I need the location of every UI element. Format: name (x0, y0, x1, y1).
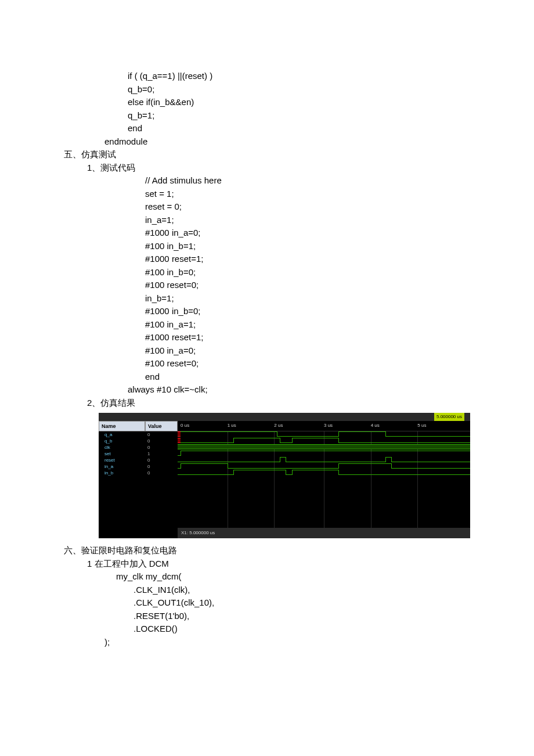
signal-name: clk (99, 444, 145, 451)
waveform-canvas (178, 431, 470, 528)
signal-name: reset (99, 457, 145, 463)
test-code-block: // Add stimulus here set = 1; reset = 0;… (64, 174, 488, 397)
signal-value: 0 (145, 463, 178, 470)
code-line: #1000 in_a=0; (145, 226, 488, 240)
code-line: .CLK_IN1(clk), (134, 584, 488, 597)
signal-row: q_b0 (99, 438, 178, 444)
signal-row: set1 (99, 451, 178, 457)
code-line: q_b=1; (128, 109, 488, 123)
time-cursor-badge: 5.000000 us (434, 413, 464, 421)
section-5-sub2: 2、仿真结果 (87, 397, 488, 410)
signal-row: clk0 (99, 444, 178, 451)
time-tick: 2 us (274, 422, 283, 429)
code-close-paren: ); (104, 636, 488, 649)
code-line: #1000 reset=1; (145, 331, 488, 344)
code-line: in_a=1; (145, 214, 488, 227)
value-column-header: Value (145, 421, 178, 431)
signal-list: q_a0 q_b0 clk0 set1 reset0 in_a0 in_b0 (99, 431, 178, 476)
trace-in-b (178, 470, 470, 476)
time-tick: 3 us (324, 422, 333, 429)
waveform-viewer: 5.000000 us Name Value q_a0 q_b0 clk0 se… (99, 413, 470, 538)
code-line: else if(in_b&&en) (128, 96, 488, 109)
code-always: always #10 clk=~clk; (128, 383, 488, 397)
section-6-title: 六、验证限时电路和复位电路 (64, 544, 488, 557)
code-line: // Add stimulus here (145, 174, 488, 188)
signal-value: 0 (145, 431, 178, 438)
signal-value: 0 (145, 470, 178, 476)
code-line: .LOCKED() (134, 622, 488, 636)
waveform-top-bar (99, 413, 470, 421)
code-line: in_b=1; (145, 292, 488, 305)
signal-row: reset0 (99, 457, 178, 463)
time-tick: 4 us (371, 422, 380, 429)
section-5-title: 五、仿真测试 (64, 148, 488, 161)
code-line: #100 in_a=0; (145, 344, 488, 358)
signal-value: 0 (145, 444, 178, 451)
code-line: end (128, 122, 488, 135)
code-line: #100 in_a=1; (145, 318, 488, 332)
code-line: if ( (q_a==1) ||(reset) ) (128, 70, 488, 83)
code-line: #100 reset=0; (145, 357, 488, 370)
code-line: q_b=0; (128, 83, 488, 96)
code-line: #1000 reset=1; (145, 253, 488, 266)
signal-name: in_a (99, 463, 145, 470)
signal-value: 0 (145, 438, 178, 444)
time-tick: 1 us (228, 422, 236, 429)
code-line: .CLK_OUT1(clk_10), (134, 596, 488, 610)
section-6-sub1: 1 在工程中加入 DCM (87, 557, 488, 571)
trace-reset (178, 457, 470, 463)
signal-row: q_a0 (99, 431, 178, 438)
trace-q-a (178, 431, 470, 438)
code-line: #1000 in_b=0; (145, 305, 488, 318)
dcm-code-block: my_clk my_dcm( .CLK_IN1(clk), .CLK_OUT1(… (64, 570, 488, 649)
trace-clk (178, 444, 470, 451)
code-line: #100 in_b=0; (145, 266, 488, 279)
signal-name: in_b (99, 470, 145, 476)
code-line: #100 reset=0; (145, 279, 488, 292)
code-fragment-top: if ( (q_a==1) ||(reset) ) q_b=0; else if… (64, 70, 488, 148)
signal-row: in_b0 (99, 470, 178, 476)
signal-name: q_b (99, 438, 145, 444)
time-ruler: 0 us 1 us 2 us 3 us 4 us 5 us (178, 421, 470, 431)
code-line: #100 in_b=1; (145, 240, 488, 253)
signal-name: set (99, 451, 145, 457)
time-tick: 5 us (417, 422, 426, 429)
code-line: set = 1; (145, 188, 488, 201)
signal-value: 0 (145, 457, 178, 463)
signal-row: in_a0 (99, 463, 178, 470)
name-column-header: Name (99, 421, 145, 431)
time-tick: 0 us (181, 422, 189, 429)
cursor-position-label: X1: 5.000000 us (178, 528, 470, 538)
code-line: my_clk my_dcm( (116, 570, 488, 584)
trace-q-b (178, 438, 470, 444)
signal-name: q_a (99, 431, 145, 438)
waveform-plot: 0 us 1 us 2 us 3 us 4 us 5 us (178, 421, 470, 528)
trace-set (178, 451, 470, 457)
code-line: end (145, 370, 488, 384)
code-line: .RESET(1'b0), (134, 610, 488, 623)
code-endmodule: endmodule (104, 135, 488, 149)
code-line: reset = 0; (145, 200, 488, 214)
signal-value: 1 (145, 451, 178, 457)
section-5-sub1: 1、测试代码 (87, 161, 488, 175)
trace-in-a (178, 463, 470, 470)
